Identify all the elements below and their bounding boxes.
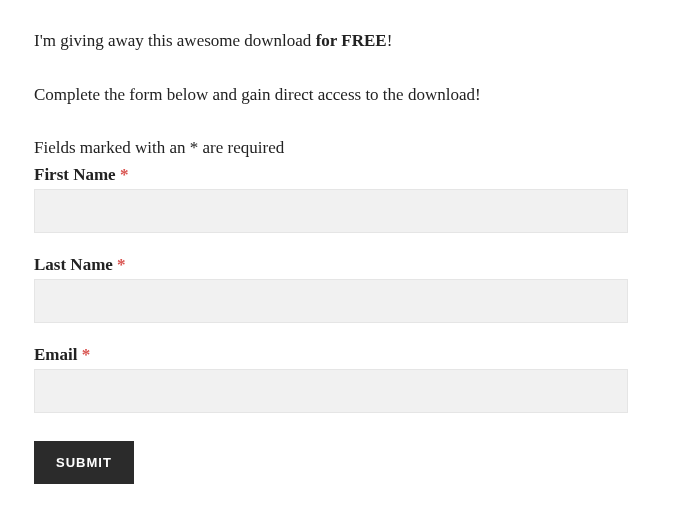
intro-bold: for FREE: [316, 31, 387, 50]
required-star-icon: *: [120, 165, 129, 184]
email-group: Email *: [34, 345, 646, 413]
last-name-label: Last Name *: [34, 255, 646, 275]
last-name-label-text: Last Name: [34, 255, 117, 274]
required-star-icon: *: [117, 255, 126, 274]
last-name-input[interactable]: [34, 279, 628, 323]
first-name-group: First Name *: [34, 165, 646, 233]
submit-button[interactable]: SUBMIT: [34, 441, 134, 484]
intro-prefix: I'm giving away this awesome download: [34, 31, 316, 50]
intro-suffix: !: [387, 31, 393, 50]
first-name-label-text: First Name: [34, 165, 120, 184]
first-name-input[interactable]: [34, 189, 628, 233]
last-name-group: Last Name *: [34, 255, 646, 323]
required-star-icon: *: [82, 345, 91, 364]
email-label-text: Email: [34, 345, 82, 364]
subtext: Complete the form below and gain direct …: [34, 82, 646, 108]
email-input[interactable]: [34, 369, 628, 413]
required-note: Fields marked with an * are required: [34, 135, 646, 161]
first-name-label: First Name *: [34, 165, 646, 185]
email-label: Email *: [34, 345, 646, 365]
intro-text: I'm giving away this awesome download fo…: [34, 28, 646, 54]
